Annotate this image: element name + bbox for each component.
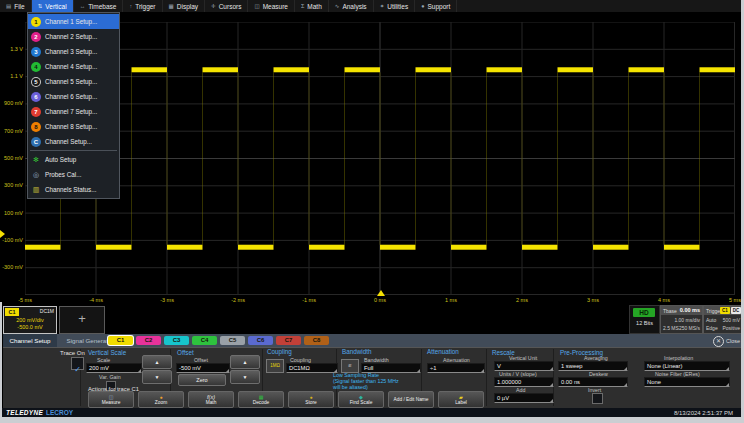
- timebase-descriptor[interactable]: Tbase0.00 ms 1.00 ms/div 2.5 MS 250 MS/s: [660, 305, 703, 334]
- channel-button-c1[interactable]: C1: [108, 336, 133, 345]
- y-axis-label: 1.3 V: [1, 46, 23, 52]
- offset-down-button[interactable]: ▼: [230, 370, 260, 384]
- dropdown-item-label: Channel 5 Setup...: [45, 78, 97, 85]
- dropdown-item-channel-setup[interactable]: CChannel Setup...: [28, 134, 119, 149]
- dropdown-item-probes-cal[interactable]: ◎Probes Cal...: [28, 167, 119, 182]
- coupling-field[interactable]: DC1MΩ: [286, 363, 338, 373]
- dropdown-item-channel-1-setup[interactable]: 1Channel 1 Setup...: [28, 14, 119, 29]
- close-icon[interactable]: ✕: [713, 336, 724, 347]
- trace-level-marker[interactable]: [0, 230, 5, 238]
- x-axis-label: 4 ms: [651, 297, 677, 303]
- x-axis-label: 2 ms: [509, 297, 535, 303]
- channel-button-c4[interactable]: C4: [192, 336, 217, 345]
- menu-item-label: Analysis: [342, 3, 366, 10]
- deskew-field[interactable]: 0.00 ns: [558, 377, 628, 387]
- menu-item-label: Timebase: [88, 3, 116, 10]
- waveform-grid: [25, 22, 735, 295]
- auto-setup-icon: ✻: [31, 156, 41, 164]
- add-trace-button[interactable]: +: [59, 306, 105, 334]
- action-button-label: Zoom: [155, 400, 167, 405]
- decode-button[interactable]: ▦Decode: [238, 391, 284, 408]
- channel-button-c8[interactable]: C8: [304, 336, 329, 345]
- noise-filter-field[interactable]: None: [644, 377, 730, 387]
- menu-item-trigger[interactable]: ↑Trigger: [123, 0, 162, 12]
- offset-up-button[interactable]: ▲: [230, 355, 260, 369]
- channel-button-c5[interactable]: C5: [220, 336, 245, 345]
- dropdown-item-channel-8-setup[interactable]: 8Channel 8 Setup...: [28, 119, 119, 134]
- offset-field[interactable]: -500 mV: [176, 363, 230, 373]
- add-field[interactable]: 0 µV: [494, 393, 554, 403]
- tab-channel-setup[interactable]: Channel Setup: [3, 334, 57, 347]
- status-bar: TELEDYNE LECROY 8/13/2024 2:51:37 PM: [0, 408, 741, 417]
- channel-5-icon: 5: [31, 77, 41, 87]
- attenuation-field[interactable]: ÷1: [427, 363, 485, 373]
- trigger-slope: Positive: [722, 325, 740, 331]
- dropdown-item-channel-3-setup[interactable]: 3Channel 3 Setup...: [28, 44, 119, 59]
- menu-item-display[interactable]: ▦Display: [163, 0, 206, 12]
- menu-item-label: Vertical: [45, 3, 66, 10]
- channel-button-c2[interactable]: C2: [136, 336, 161, 345]
- invert-checkbox[interactable]: [592, 393, 603, 404]
- dropdown-item-channel-6-setup[interactable]: 6Channel 6 Setup...: [28, 89, 119, 104]
- menu-item-math[interactable]: ΣMath: [295, 0, 329, 12]
- action-button-label: Math: [206, 400, 217, 405]
- channel-button-c6[interactable]: C6: [248, 336, 273, 345]
- teledyne-logo: TELEDYNE: [6, 409, 43, 416]
- zoom-button[interactable]: ●Zoom: [138, 391, 184, 408]
- channel-c1-descriptor[interactable]: C1 DC1M 200 mV/div -500.0 mV: [3, 306, 57, 334]
- y-axis-label: 500 mV: [1, 155, 23, 161]
- measure-icon: ◫: [254, 3, 259, 9]
- dropdown-item-channel-4-setup[interactable]: 4Channel 4 Setup...: [28, 59, 119, 74]
- zero-button[interactable]: Zero: [178, 374, 226, 386]
- menu-item-timebase[interactable]: ↔Timebase: [74, 0, 124, 12]
- menu-item-analysis[interactable]: ∿Analysis: [329, 0, 374, 12]
- lecroy-logo: LECROY: [46, 409, 73, 416]
- hd-badge: HD: [633, 308, 655, 317]
- menu-item-label: Math: [307, 3, 321, 10]
- trigger-type: Edge: [706, 325, 718, 331]
- vertical-unit-field[interactable]: V: [494, 361, 554, 371]
- trace-on-checkbox[interactable]: [71, 357, 84, 370]
- menu-item-support[interactable]: ●Support: [415, 0, 457, 12]
- scale-up-button[interactable]: ▲: [142, 355, 172, 369]
- channel-4-icon: 4: [31, 62, 41, 72]
- slope-field[interactable]: 1.000000: [494, 377, 554, 387]
- probes-cal-icon: ◎: [31, 171, 41, 179]
- math-button[interactable]: f(x)Math: [188, 391, 234, 408]
- scale-down-button[interactable]: ▼: [142, 370, 172, 384]
- measure-button[interactable]: ◫Measure: [88, 391, 134, 408]
- find-scale-button[interactable]: ◆Find Scale: [338, 391, 384, 408]
- add-edit-name-button[interactable]: Add / Edit Name: [388, 391, 434, 408]
- store-button[interactable]: ●Store: [288, 391, 334, 408]
- var-gain-label: Var. Gain: [99, 374, 121, 380]
- trigger-descriptor[interactable]: Trigger C1 DC Auto 500 mV Edge Positive: [703, 305, 743, 334]
- dropdown-item-channel-5-setup[interactable]: 5Channel 5 Setup...: [28, 74, 119, 89]
- menu-item-vertical[interactable]: ⇅Vertical: [32, 0, 74, 12]
- dropdown-item-channels-status[interactable]: ▥Channels Status...: [28, 182, 119, 197]
- scale-field[interactable]: 200 mV: [86, 363, 142, 373]
- menu-item-label: Support: [428, 3, 451, 10]
- y-axis-label: 900 mV: [1, 100, 23, 106]
- coupling-title: Coupling: [267, 348, 292, 355]
- hd-mode-box[interactable]: HD 12 Bits: [629, 305, 660, 334]
- menu-item-utilities[interactable]: ✦Utilities: [374, 0, 416, 12]
- x-axis-label: 0 ms: [367, 297, 393, 303]
- close-button-label[interactable]: Close: [726, 338, 740, 344]
- channel-button-c7[interactable]: C7: [276, 336, 301, 345]
- averaging-field[interactable]: 1 sweep: [558, 361, 628, 371]
- x-axis-label: 1 ms: [438, 297, 464, 303]
- dropdown-item-label: Channel 8 Setup...: [45, 123, 97, 130]
- trigger-position-marker[interactable]: [377, 290, 385, 296]
- menu-item-file[interactable]: ▤File: [0, 0, 32, 12]
- y-axis-label: 100 mV: [1, 210, 23, 216]
- dropdown-item-channel-7-setup[interactable]: 7Channel 7 Setup...: [28, 104, 119, 119]
- menu-item-measure[interactable]: ◫Measure: [248, 0, 295, 12]
- trigger-icon: ↑: [129, 3, 132, 9]
- channel-button-c3[interactable]: C3: [164, 336, 189, 345]
- interpolation-field[interactable]: None (Linear): [644, 361, 730, 371]
- dropdown-item-channel-2-setup[interactable]: 2Channel 2 Setup...: [28, 29, 119, 44]
- menu-item-cursors[interactable]: ✛Cursors: [205, 0, 248, 12]
- menu-bar: ▤File⇅Vertical↔Timebase↑Trigger▦Display✛…: [0, 0, 741, 12]
- dropdown-item-auto-setup[interactable]: ✻Auto Setup: [28, 152, 119, 167]
- label-button[interactable]: ▰Label: [438, 391, 484, 408]
